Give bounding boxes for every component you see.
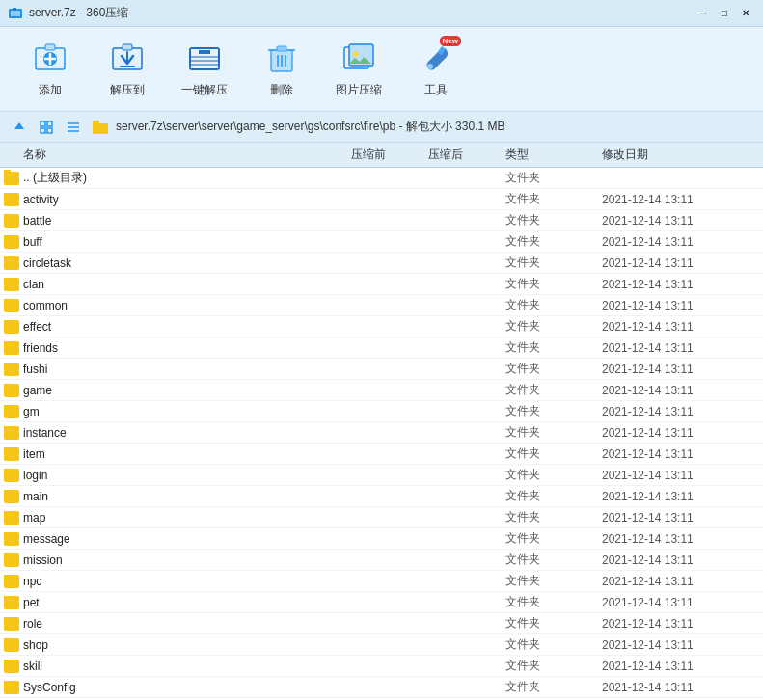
svg-rect-4 [45, 44, 55, 50]
file-date: 2021-12-14 13:11 [602, 660, 759, 673]
add-button[interactable]: 添加 [15, 35, 85, 104]
file-name: map [23, 511, 45, 525]
file-type: 文件夹 [505, 255, 602, 271]
file-name: SysConfig [23, 681, 76, 694]
folder-icon [4, 214, 19, 228]
file-date: 2021-12-14 13:11 [602, 617, 759, 631]
folder-icon [4, 617, 19, 631]
svg-rect-30 [41, 128, 45, 133]
tools-button[interactable]: New New 工具 [401, 35, 471, 104]
nav-grid-button[interactable] [35, 116, 58, 139]
file-type: 文件夹 [505, 424, 602, 441]
file-type: 文件夹 [505, 594, 602, 610]
folder-icon [4, 511, 19, 525]
folder-icon [4, 532, 19, 546]
table-row[interactable]: mission文件夹2021-12-14 13:11 [0, 550, 763, 571]
delete-icon [262, 40, 301, 78]
table-row[interactable]: effect文件夹2021-12-14 13:11 [0, 316, 763, 337]
folder-icon [4, 256, 19, 270]
table-row[interactable]: buff文件夹2021-12-14 13:11 [0, 231, 763, 253]
table-row[interactable]: message文件夹2021-12-14 13:11 [0, 528, 763, 550]
imgzip-button[interactable]: 图片压缩 [324, 35, 394, 104]
table-row[interactable]: login文件夹2021-12-14 13:11 [0, 465, 763, 486]
table-row[interactable]: battle文件夹2021-12-14 13:11 [0, 210, 763, 231]
folder-icon [4, 299, 19, 312]
file-type: 文件夹 [505, 636, 602, 653]
close-button[interactable]: ✕ [736, 5, 755, 22]
minimize-button[interactable]: ─ [694, 5, 713, 22]
file-type: 文件夹 [505, 679, 602, 695]
file-type: 文件夹 [505, 361, 602, 377]
toolbar: 添加 解压到 一键解压 [0, 27, 763, 112]
col-date-header: 修改日期 [602, 147, 759, 163]
table-row[interactable]: SysConfig文件夹2021-12-14 13:11 [0, 677, 763, 698]
svg-rect-1 [11, 11, 20, 16]
table-row[interactable]: circletask文件夹2021-12-14 13:11 [0, 253, 763, 274]
table-row[interactable]: npc文件夹2021-12-14 13:11 [0, 571, 763, 592]
svg-rect-28 [41, 121, 45, 126]
file-type: 文件夹 [505, 403, 602, 419]
table-row[interactable]: shop文件夹2021-12-14 13:11 [0, 634, 763, 656]
file-name: battle [23, 214, 51, 228]
file-name: circletask [23, 256, 71, 270]
file-date: 2021-12-14 13:11 [602, 532, 759, 546]
file-name: game [23, 384, 52, 397]
table-row[interactable]: clan文件夹2021-12-14 13:11 [0, 274, 763, 295]
file-type: 文件夹 [505, 658, 602, 674]
file-type: 文件夹 [505, 297, 602, 313]
file-date: 2021-12-14 13:11 [602, 214, 759, 228]
folder-icon [4, 193, 19, 206]
table-row[interactable]: main文件夹2021-12-14 13:11 [0, 486, 763, 507]
maximize-button[interactable]: □ [715, 5, 734, 22]
folder-icon [4, 320, 19, 334]
file-name: gm [23, 405, 40, 418]
file-name: role [23, 617, 42, 631]
file-date: 2021-12-14 13:11 [602, 363, 759, 376]
svg-rect-36 [93, 121, 99, 125]
onekey-button[interactable]: 一键解压 [170, 35, 239, 104]
table-row[interactable]: fushi文件夹2021-12-14 13:11 [0, 359, 763, 380]
file-name: .. (上级目录) [23, 170, 87, 186]
file-name: main [23, 490, 48, 503]
file-date: 2021-12-14 13:11 [602, 256, 759, 270]
table-row[interactable]: .. (上级目录)文件夹 [0, 168, 763, 189]
table-row[interactable]: skill文件夹2021-12-14 13:11 [0, 656, 763, 677]
file-type: 文件夹 [505, 212, 602, 229]
file-name: fushi [23, 363, 47, 376]
file-date: 2021-12-14 13:11 [602, 596, 759, 609]
file-type: 文件夹 [505, 615, 602, 632]
table-row[interactable]: common文件夹2021-12-14 13:11 [0, 295, 763, 316]
delete-button[interactable]: 删除 [247, 35, 316, 104]
table-row[interactable]: game文件夹2021-12-14 13:11 [0, 380, 763, 401]
folder-icon [4, 426, 19, 440]
svg-rect-29 [47, 121, 52, 126]
add-label: 添加 [39, 82, 62, 98]
table-row[interactable]: map文件夹2021-12-14 13:11 [0, 507, 763, 528]
extract-button[interactable]: 解压到 [93, 35, 162, 104]
nav-up-button[interactable] [8, 116, 31, 139]
file-type: 文件夹 [505, 445, 602, 462]
col-after-header: 压缩后 [428, 147, 505, 163]
table-row[interactable]: friends文件夹2021-12-14 13:11 [0, 337, 763, 359]
table-row[interactable]: item文件夹2021-12-14 13:11 [0, 444, 763, 465]
tools-icon: New New [417, 40, 455, 78]
table-row[interactable]: role文件夹2021-12-14 13:11 [0, 613, 763, 634]
nav-bar: server.7z\server\server\game_server\gs\c… [0, 112, 763, 143]
file-type: 文件夹 [505, 467, 602, 483]
nav-list-button[interactable] [62, 116, 85, 139]
add-icon [31, 40, 69, 78]
file-date: 2021-12-14 13:11 [602, 278, 759, 291]
extract-icon [108, 40, 147, 78]
table-row[interactable]: gm文件夹2021-12-14 13:11 [0, 401, 763, 422]
file-name: activity [23, 193, 59, 206]
nav-path-text: server.7z\server\server\game_server\gs\c… [116, 119, 755, 135]
file-name: login [23, 469, 47, 482]
table-row[interactable]: activity文件夹2021-12-14 13:11 [0, 189, 763, 210]
col-name-header: 名称 [4, 147, 351, 163]
table-row[interactable]: pet文件夹2021-12-14 13:11 [0, 592, 763, 613]
file-name: instance [23, 426, 67, 440]
onekey-label: 一键解压 [181, 82, 228, 98]
file-date: 2021-12-14 13:11 [602, 320, 759, 334]
imgzip-icon [340, 40, 378, 78]
table-row[interactable]: instance文件夹2021-12-14 13:11 [0, 422, 763, 444]
